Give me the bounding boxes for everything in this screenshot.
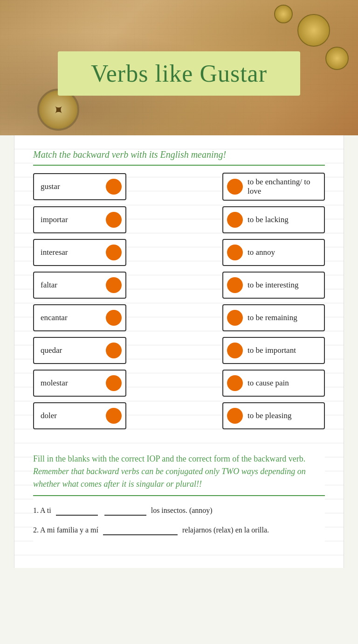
right-label-pleasing: to be pleasing	[248, 411, 291, 420]
dot-left-molestar[interactable]	[106, 375, 122, 391]
section2: Fill in the blanks with the correct IOP …	[33, 448, 325, 549]
dot-left-encantar[interactable]	[106, 310, 122, 326]
coin-decoration-1	[297, 14, 330, 47]
dot-right-pain[interactable]	[227, 375, 243, 391]
left-card-gustar[interactable]: gustar	[33, 173, 126, 200]
fill-item-2: 2. A mi familia y a mí relajarnos (relax…	[33, 525, 325, 535]
right-card-lacking[interactable]: to be lacking	[222, 206, 325, 233]
fill-item-1-suffix: los insectos. (annoy)	[151, 506, 213, 515]
fill-blank-1b[interactable]	[104, 505, 146, 516]
dot-right-remaining[interactable]	[227, 310, 243, 326]
fill-item-1: 1. A ti los insectos. (annoy)	[33, 505, 325, 516]
right-card-pleasing[interactable]: to be pleasing	[222, 402, 325, 429]
match-row: interesar to annoy	[33, 239, 325, 266]
left-label-molestar: molestar	[41, 378, 68, 388]
right-label-annoy: to annoy	[248, 248, 275, 257]
dot-right-enchanting[interactable]	[227, 179, 243, 195]
right-label-remaining: to be remaining	[248, 313, 297, 322]
dot-right-pleasing[interactable]	[227, 408, 243, 424]
section2-instruction-italic: Remember that backward verbs can be conj…	[33, 467, 306, 489]
left-card-encantar[interactable]: encantar	[33, 304, 126, 331]
left-label-faltar: faltar	[41, 280, 57, 290]
match-row: molestar to cause pain	[33, 370, 325, 397]
right-card-interesting[interactable]: to be interesting	[222, 272, 325, 299]
fill-blank-1a[interactable]	[56, 505, 98, 516]
right-label-important: to be important	[248, 346, 296, 355]
right-card-pain[interactable]: to cause pain	[222, 370, 325, 397]
section2-instruction: Fill in the blanks with the correct IOP …	[33, 453, 325, 496]
dot-left-faltar[interactable]	[106, 277, 122, 293]
right-label-enchanting: to be enchanting/ to love	[248, 177, 317, 196]
right-card-enchanting[interactable]: to be enchanting/ to love	[222, 173, 325, 201]
right-card-important[interactable]: to be important	[222, 337, 325, 364]
dot-left-gustar[interactable]	[106, 179, 122, 195]
right-label-pain: to cause pain	[248, 378, 289, 388]
dot-right-interesting[interactable]	[227, 277, 243, 293]
left-label-doler: doler	[41, 411, 57, 420]
fill-item-2-suffix: relajarnos (relax) en la orilla.	[182, 526, 269, 534]
title-box: Verbs like Gustar	[58, 51, 300, 96]
left-label-gustar: gustar	[41, 182, 60, 191]
match-row: faltar to be interesting	[33, 272, 325, 299]
page-title: Verbs like Gustar	[91, 60, 267, 87]
left-label-importar: importar	[41, 215, 68, 224]
left-card-molestar[interactable]: molestar	[33, 370, 126, 397]
match-row: encantar to be remaining	[33, 304, 325, 331]
dot-right-annoy[interactable]	[227, 245, 243, 260]
left-card-importar[interactable]: importar	[33, 206, 126, 233]
left-card-interesar[interactable]: interesar	[33, 239, 126, 266]
main-content: Match the backward verb with its English…	[14, 135, 344, 568]
left-card-quedar[interactable]: quedar	[33, 337, 126, 364]
left-label-quedar: quedar	[41, 346, 62, 355]
dot-left-importar[interactable]	[106, 212, 122, 228]
fill-blank-2[interactable]	[103, 525, 178, 535]
fill-item-2-prefix: 2. A mi familia y a mí	[33, 526, 98, 534]
coin-decoration-2	[325, 47, 349, 70]
right-label-lacking: to be lacking	[248, 215, 289, 224]
left-label-interesar: interesar	[41, 248, 68, 257]
fill-blanks-area: 1. A ti los insectos. (annoy) 2. A mi fa…	[33, 505, 325, 535]
coin-decoration-3	[274, 5, 293, 23]
dot-left-quedar[interactable]	[106, 343, 122, 358]
right-card-annoy[interactable]: to annoy	[222, 239, 325, 266]
dot-left-interesar[interactable]	[106, 245, 122, 260]
left-label-encantar: encantar	[41, 313, 68, 322]
matching-area: gustar to be enchanting/ to love importa…	[33, 173, 325, 429]
right-card-remaining[interactable]: to be remaining	[222, 304, 325, 331]
match-row: doler to be pleasing	[33, 402, 325, 429]
fill-item-1-number: 1. A ti	[33, 506, 51, 515]
left-card-faltar[interactable]: faltar	[33, 272, 126, 299]
dot-right-important[interactable]	[227, 343, 243, 358]
dot-left-doler[interactable]	[106, 408, 122, 424]
dot-right-lacking[interactable]	[227, 212, 243, 228]
header: Verbs like Gustar	[0, 0, 358, 135]
match-row: importar to be lacking	[33, 206, 325, 233]
section2-instruction-plain: Fill in the blanks with the correct IOP …	[33, 454, 305, 463]
right-label-interesting: to be interesting	[248, 280, 299, 290]
match-row: gustar to be enchanting/ to love	[33, 173, 325, 201]
left-card-doler[interactable]: doler	[33, 402, 126, 429]
section1-instruction: Match the backward verb with its English…	[33, 149, 325, 166]
match-row: quedar to be important	[33, 337, 325, 364]
